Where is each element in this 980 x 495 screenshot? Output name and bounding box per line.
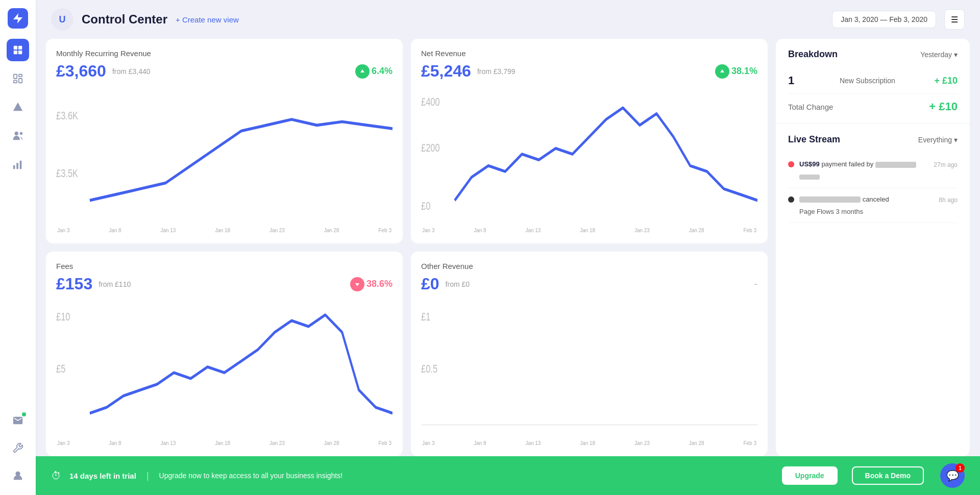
create-view-button[interactable]: + Create new view bbox=[176, 15, 239, 24]
stream-blur-detail bbox=[799, 175, 820, 180]
svg-point-10 bbox=[20, 132, 22, 135]
svg-rect-5 bbox=[19, 75, 22, 77]
stream-action: canceled bbox=[863, 195, 889, 203]
sidebar-item-profile[interactable] bbox=[7, 464, 29, 487]
svg-text:£200: £200 bbox=[421, 141, 440, 154]
sidebar-item-layers[interactable] bbox=[7, 67, 29, 90]
sidebar-item-reports[interactable] bbox=[7, 153, 29, 176]
svg-rect-1 bbox=[18, 46, 22, 50]
fees-x-labels: Jan 3Jan 8Jan 13Jan 18Jan 23Jan 28Feb 3 bbox=[56, 440, 393, 446]
svg-rect-11 bbox=[13, 165, 15, 169]
stream-action: payment failed by bbox=[821, 160, 875, 168]
other-revenue-card: Other Revenue £0 from £0 - £1 £0.5 Jan 3… bbox=[411, 252, 768, 456]
mrr-value: £3,660 bbox=[56, 62, 106, 81]
other-revenue-value: £0 bbox=[421, 275, 439, 293]
mrr-card: Monthly Recurring Revenue £3,660 from £3… bbox=[46, 39, 403, 243]
net-revenue-chart: £400 £200 £0 bbox=[421, 85, 757, 224]
main-content: U Control Center + Create new view Jan 3… bbox=[36, 0, 980, 495]
fees-pct: 38.6% bbox=[366, 279, 393, 289]
breakdown-row: 1 New Subscription + £10 bbox=[788, 68, 958, 94]
date-range-picker[interactable]: Jan 3, 2020 — Feb 3, 2020 bbox=[832, 11, 936, 28]
livestream-title: Live Stream bbox=[788, 134, 840, 145]
book-demo-button[interactable]: Book a Demo bbox=[852, 466, 924, 485]
svg-text:£0.5: £0.5 bbox=[421, 362, 437, 375]
chevron-down-icon: ▾ bbox=[954, 51, 958, 59]
svg-text:£0: £0 bbox=[421, 199, 430, 212]
net-revenue-x-labels: Jan 3Jan 8Jan 13Jan 18Jan 23Jan 28Feb 3 bbox=[421, 228, 757, 233]
date-range-label: Jan 3, 2020 — Feb 3, 2020 bbox=[841, 15, 927, 23]
other-revenue-badge: - bbox=[754, 278, 757, 290]
header: U Control Center + Create new view Jan 3… bbox=[36, 0, 980, 39]
other-revenue-chart: £1 £0.5 bbox=[421, 298, 757, 436]
breakdown-number: 1 bbox=[788, 74, 794, 87]
stream-blur-name bbox=[875, 162, 916, 168]
sidebar-item-mail[interactable] bbox=[7, 409, 29, 432]
breakdown-dropdown-label: Yesterday bbox=[920, 51, 952, 59]
svg-text:£3.5K: £3.5K bbox=[56, 167, 78, 180]
fees-chart: £10 £5 bbox=[56, 298, 393, 436]
svg-rect-3 bbox=[18, 51, 22, 54]
mrr-pct: 6.4% bbox=[372, 66, 393, 77]
net-revenue-badge: 38.1% bbox=[715, 64, 757, 79]
sidebar-item-analytics[interactable] bbox=[7, 96, 29, 118]
content-area: Monthly Recurring Revenue £3,660 from £3… bbox=[36, 39, 980, 456]
sidebar-item-users[interactable] bbox=[7, 125, 29, 147]
livestream-dropdown-label: Everything bbox=[918, 136, 952, 144]
trial-days-left: 14 days left in trial bbox=[69, 472, 136, 480]
net-revenue-value: £5,246 bbox=[421, 62, 471, 81]
chevron-down-icon: ▾ bbox=[954, 136, 958, 144]
stream-content: canceled 8h ago Page Flows 3 months bbox=[799, 194, 958, 217]
svg-rect-7 bbox=[14, 81, 17, 83]
svg-marker-8 bbox=[13, 103, 22, 111]
sidebar-item-tools[interactable] bbox=[7, 437, 29, 459]
svg-point-9 bbox=[15, 132, 18, 135]
stream-time: 8h ago bbox=[939, 195, 958, 205]
breakdown-label: New Subscription bbox=[840, 77, 895, 85]
mrr-title: Monthly Recurring Revenue bbox=[56, 49, 393, 58]
upgrade-button[interactable]: Upgrade bbox=[782, 466, 838, 485]
sidebar-item-dashboard[interactable] bbox=[7, 39, 29, 61]
fees-badge: 38.6% bbox=[350, 277, 393, 291]
right-panel: Breakdown Yesterday ▾ 1 New Subscription… bbox=[776, 39, 970, 456]
fees-card: Fees £153 from £110 38.6% £10 £5 bbox=[46, 252, 403, 456]
trial-message: Upgrade now to keep access to all your b… bbox=[159, 472, 343, 480]
svg-rect-6 bbox=[19, 79, 22, 83]
clock-icon: ⏱ bbox=[51, 470, 61, 482]
stream-dot-dark bbox=[788, 196, 794, 203]
total-amount: + £10 bbox=[929, 100, 958, 113]
trial-bar: ⏱ 14 days left in trial | Upgrade now to… bbox=[36, 456, 980, 495]
mrr-badge: 6.4% bbox=[355, 64, 393, 79]
other-revenue-x-labels: Jan 3Jan 8Jan 13Jan 18Jan 23Jan 28Feb 3 bbox=[421, 440, 757, 446]
stream-blur-name bbox=[799, 196, 861, 203]
stream-sub-text: Page Flows 3 months bbox=[799, 207, 958, 217]
net-revenue-title: Net Revenue bbox=[421, 49, 757, 58]
mrr-x-labels: Jan 3Jan 8Jan 13Jan 18Jan 23Jan 28Feb 3 bbox=[56, 228, 393, 233]
svg-rect-4 bbox=[14, 75, 17, 79]
sidebar bbox=[0, 0, 36, 495]
stream-content: US$99 payment failed by 27m ago bbox=[799, 159, 958, 182]
fees-value: £153 bbox=[56, 275, 92, 293]
net-revenue-pct: 38.1% bbox=[731, 66, 757, 77]
svg-text:£400: £400 bbox=[421, 95, 440, 108]
page-title: Control Center bbox=[82, 12, 167, 27]
stream-amount: US$99 bbox=[799, 160, 820, 168]
menu-button[interactable]: ☰ bbox=[944, 9, 965, 30]
net-revenue-from: from £3,799 bbox=[477, 67, 516, 76]
livestream-dropdown[interactable]: Everything ▾ bbox=[918, 136, 958, 144]
svg-text:£3.6K: £3.6K bbox=[56, 109, 78, 121]
app-logo[interactable] bbox=[8, 8, 28, 29]
svg-rect-13 bbox=[20, 161, 22, 169]
breakdown-dropdown[interactable]: Yesterday ▾ bbox=[920, 51, 958, 59]
chat-badge: 1 bbox=[955, 463, 965, 473]
svg-text:£10: £10 bbox=[56, 310, 70, 323]
stream-time: 27m ago bbox=[934, 160, 958, 169]
svg-text:£1: £1 bbox=[421, 310, 430, 323]
breakdown-amount: + £10 bbox=[934, 76, 958, 86]
other-revenue-title: Other Revenue bbox=[421, 262, 757, 270]
fees-title: Fees bbox=[56, 262, 393, 270]
breakdown-total-row: Total Change + £10 bbox=[788, 94, 958, 113]
chat-button[interactable]: 💬 1 bbox=[940, 463, 965, 488]
charts-grid: Monthly Recurring Revenue £3,660 from £3… bbox=[46, 39, 776, 456]
stream-item: canceled 8h ago Page Flows 3 months bbox=[788, 188, 958, 224]
svg-rect-0 bbox=[14, 46, 17, 50]
